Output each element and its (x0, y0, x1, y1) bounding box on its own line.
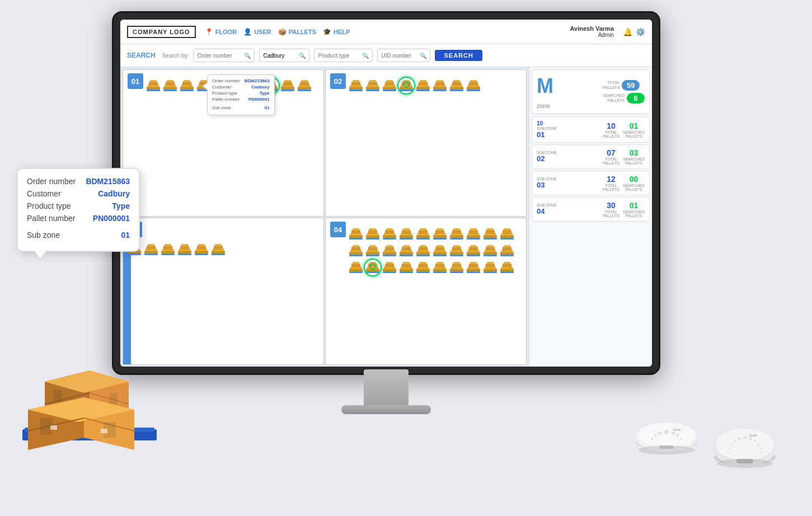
pallet-highlighted[interactable] (398, 78, 414, 93)
pallet[interactable] (160, 242, 176, 257)
subzone-02-total-val: 07 (607, 148, 616, 157)
nav-help[interactable]: 🎓 HELP (323, 28, 350, 36)
pallet[interactable] (466, 243, 481, 259)
svg-rect-69 (402, 82, 411, 85)
svg-rect-60 (369, 80, 376, 82)
svg-point-308 (743, 436, 747, 439)
pallet[interactable] (432, 260, 448, 275)
pallet[interactable] (482, 260, 498, 275)
pallet[interactable] (466, 226, 481, 242)
pallet[interactable] (348, 260, 364, 275)
svg-rect-231 (369, 262, 376, 264)
pallet[interactable] (466, 260, 481, 275)
pallet[interactable] (449, 226, 464, 242)
subzone-03-searched: 00 SEARCHEDPALLETS (623, 175, 645, 191)
pallet[interactable] (415, 260, 431, 275)
nav-floor[interactable]: 📍 FLOOR (205, 28, 237, 36)
subzone-row-02: SUB ZONE 02 07 TOTALPALLETS 03 SEARCHEDP… (532, 144, 650, 169)
pallet[interactable] (382, 243, 397, 259)
nav-user[interactable]: 👤 USER (243, 28, 271, 36)
big-tooltip-order-val: BDM215863 (86, 177, 130, 186)
uid-search-icon: 🔍 (420, 53, 426, 59)
pallet[interactable] (466, 78, 481, 93)
svg-rect-172 (500, 238, 514, 240)
pallet[interactable] (348, 226, 364, 242)
uid-input[interactable] (381, 53, 417, 59)
subzone-01-searched: 01 SEARCHEDPALLETS (623, 121, 645, 138)
pallet[interactable] (499, 260, 515, 275)
svg-point-314 (730, 443, 733, 445)
pallet[interactable] (499, 243, 515, 259)
nav-pallets[interactable]: 📦 PALLETS (278, 28, 316, 36)
pallet[interactable] (415, 243, 431, 259)
pallet[interactable] (297, 78, 312, 93)
pallet[interactable] (382, 260, 397, 275)
svg-rect-201 (436, 245, 443, 247)
svg-rect-177 (349, 255, 363, 256)
device-decoration: ISAE ISAE (633, 404, 778, 471)
order-number-input[interactable] (197, 53, 242, 59)
pallet[interactable] (177, 242, 193, 257)
monitor-screen: COMPANY LOGO 📍 FLOOR 👤 USER 📦 PALLETS (120, 20, 652, 367)
zone-01-number: 01 (128, 73, 143, 89)
pallet[interactable] (194, 242, 209, 257)
device-flat: ISAE (633, 404, 700, 460)
svg-rect-97 (128, 254, 141, 255)
pallet[interactable] (365, 243, 381, 259)
pallet[interactable] (432, 78, 448, 93)
monitor-base (341, 405, 431, 414)
pallet[interactable] (415, 226, 431, 242)
svg-rect-152 (433, 238, 447, 240)
subzone-03-total: 12 TOTALPALLETS (603, 175, 619, 191)
pallet[interactable] (382, 78, 397, 93)
pallet[interactable] (449, 260, 464, 275)
pallet[interactable] (162, 78, 178, 93)
pallet[interactable] (280, 78, 295, 93)
svg-point-307 (716, 429, 774, 460)
pallet[interactable] (398, 226, 414, 242)
pallet[interactable] (398, 260, 414, 275)
pallet[interactable] (382, 226, 397, 242)
pallet[interactable] (179, 78, 195, 93)
order-number-input-wrapper[interactable]: 🔍 (193, 49, 255, 62)
customer-input[interactable] (263, 53, 297, 59)
pallet[interactable] (365, 226, 381, 242)
svg-rect-291 (101, 429, 107, 433)
svg-rect-3 (150, 80, 157, 82)
svg-rect-166 (487, 228, 494, 231)
pallet[interactable] (348, 243, 364, 259)
pallet[interactable] (449, 243, 464, 259)
uid-input-wrapper[interactable]: 🔍 (377, 49, 430, 62)
svg-rect-87 (450, 90, 463, 91)
customer-input-wrapper[interactable]: 🔍 (259, 49, 309, 62)
svg-point-318 (727, 451, 729, 453)
svg-rect-258 (450, 271, 463, 273)
pallet[interactable] (398, 243, 414, 259)
pallet[interactable] (415, 78, 431, 93)
pallet[interactable] (449, 78, 464, 93)
settings-icon[interactable]: ⚙️ (636, 27, 645, 36)
pallet[interactable] (143, 242, 159, 257)
product-type-input[interactable] (318, 53, 360, 59)
svg-rect-126 (353, 228, 359, 231)
floor-grid: 01 Order number BDM215863 Customer (120, 67, 529, 367)
search-button[interactable]: SEARCH (435, 50, 482, 61)
total-pallets-badge: 59 (622, 80, 640, 91)
pallet[interactable] (210, 242, 226, 257)
svg-rect-216 (487, 245, 494, 247)
product-type-input-wrapper[interactable]: 🔍 (314, 49, 373, 62)
big-tooltip-order-label: Order number (27, 177, 76, 186)
svg-rect-217 (484, 255, 497, 256)
svg-rect-77 (416, 90, 430, 91)
svg-rect-273 (500, 271, 514, 273)
pallet-highlighted[interactable] (365, 260, 381, 275)
pallet[interactable] (365, 78, 381, 93)
pallet[interactable] (348, 78, 364, 93)
pallet[interactable] (145, 78, 161, 93)
notification-icon[interactable]: 🔔 (623, 27, 632, 36)
pallet[interactable] (482, 226, 498, 242)
pallet[interactable] (499, 226, 515, 242)
pallet[interactable] (432, 243, 448, 259)
pallet[interactable] (432, 226, 448, 242)
pallet[interactable] (482, 243, 498, 259)
